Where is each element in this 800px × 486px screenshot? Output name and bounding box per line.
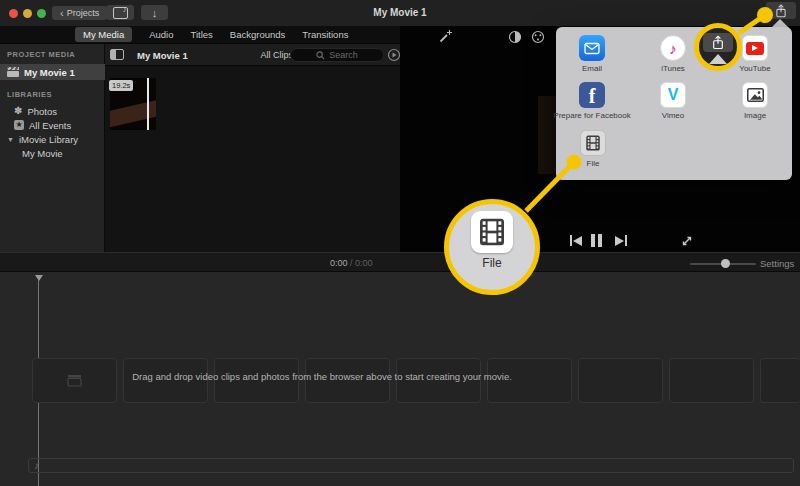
clapperboard-icon	[7, 67, 19, 77]
media-browser: 19.2s	[105, 66, 400, 252]
share-icon	[712, 35, 724, 50]
magnified-file-label: File	[449, 256, 535, 270]
sidebar-item-all-events[interactable]: ★ All Events	[14, 118, 71, 132]
magnified-popup-anchor	[709, 54, 727, 64]
next-icon	[615, 236, 624, 246]
magnified-share-button	[703, 33, 733, 52]
disclosure-triangle-icon: ▼	[7, 136, 14, 143]
clock-filter-icon[interactable]	[387, 48, 401, 62]
tab-titles[interactable]: Titles	[191, 29, 213, 40]
share-option-vimeo[interactable]: V Vimeo	[628, 82, 718, 120]
sidebar-item-label: iMovie Library	[19, 134, 78, 145]
timeline-settings-button[interactable]: Settings	[760, 258, 794, 269]
email-icon	[579, 35, 605, 61]
browser-title: My Movie 1	[137, 50, 188, 61]
zoom-slider-thumb[interactable]	[721, 259, 730, 268]
sidebar-item-label: All Events	[29, 120, 71, 131]
share-menu-popup: Email ♪ iTunes YouTube f Prepare for Fac…	[556, 27, 792, 180]
share-button[interactable]	[766, 2, 796, 19]
window-title: My Movie 1	[0, 7, 800, 18]
playback-time: 0:00 / 0:00	[330, 258, 373, 268]
sidebar-item-photos[interactable]: ✽ Photos	[14, 104, 57, 118]
media-tabs: My Media Audio Titles Backgrounds Transi…	[0, 26, 400, 44]
star-icon: ★	[14, 120, 24, 130]
sidebar-item-my-movie[interactable]: My Movie	[22, 146, 63, 160]
sidebar-item-label: My Movie 1	[24, 67, 75, 78]
music-note-icon: ♪	[34, 460, 39, 471]
previous-frame-button[interactable]	[570, 235, 582, 246]
next-frame-button[interactable]	[615, 235, 627, 246]
share-option-file[interactable]: File	[548, 130, 638, 168]
sidebar-toggle-icon[interactable]	[110, 49, 124, 60]
sidebar-item-my-movie-1[interactable]: My Movie 1	[0, 64, 105, 80]
tab-transitions[interactable]: Transitions	[302, 29, 348, 40]
clip-placeholder	[578, 358, 663, 403]
libraries-sidebar: PROJECT MEDIA My Movie 1 LIBRARIES ✽ Pho…	[0, 44, 105, 252]
pause-button[interactable]	[591, 234, 602, 247]
titlebar: ‹ Projects ♪ ↓ My Movie 1	[0, 0, 800, 27]
clip-filter-dropdown[interactable]: All Clips	[247, 50, 293, 60]
enhance-wand-icon[interactable]	[438, 29, 453, 44]
previous-icon	[573, 236, 582, 246]
browser-header: My Movie 1 All Clips Search	[105, 44, 400, 66]
pause-icon	[598, 234, 602, 247]
share-option-email[interactable]: Email	[547, 35, 637, 73]
color-palette-icon[interactable]	[531, 30, 545, 44]
timeline-hint-text: Drag and drop video clips and photos fro…	[92, 371, 552, 382]
search-placeholder: Search	[329, 50, 358, 60]
magnified-file-filmstrip-icon	[471, 211, 513, 253]
clip-placeholder	[760, 358, 800, 403]
clip-placeholder	[669, 358, 754, 403]
image-icon	[742, 82, 768, 108]
itunes-icon: ♪	[660, 35, 686, 61]
clip-divider	[147, 78, 149, 130]
tab-audio[interactable]: Audio	[149, 29, 173, 40]
time-total: 0:00	[355, 258, 373, 268]
search-input[interactable]: Search	[290, 48, 384, 62]
libraries-header: LIBRARIES	[7, 90, 52, 99]
tab-my-media[interactable]: My Media	[75, 27, 132, 42]
photos-flower-icon: ✽	[14, 106, 22, 116]
timeline-header-bar: 0:00 / 0:00 Settings	[0, 252, 800, 272]
file-option-callout-circle: File	[444, 199, 540, 295]
color-balance-icon[interactable]	[508, 30, 522, 44]
file-filmstrip-icon	[580, 130, 606, 156]
vimeo-icon: V	[660, 82, 686, 108]
sidebar-item-label: My Movie	[22, 148, 63, 159]
time-current: 0:00	[330, 258, 348, 268]
video-frame-content	[110, 99, 156, 128]
share-button-callout-circle	[694, 23, 742, 71]
fullscreen-button[interactable]	[680, 234, 694, 248]
share-option-image[interactable]: Image	[710, 82, 800, 120]
playhead-handle[interactable]	[35, 275, 43, 281]
audio-track-placeholder: ♪	[28, 458, 794, 473]
facebook-icon: f	[579, 82, 605, 108]
share-icon	[775, 4, 787, 18]
clip-placeholder-icon	[67, 374, 83, 387]
tab-backgrounds[interactable]: Backgrounds	[230, 29, 285, 40]
clip-duration-badge: 19.2s	[109, 80, 133, 91]
timeline-dropzone[interactable]: Drag and drop video clips and photos fro…	[0, 272, 800, 486]
youtube-icon	[742, 35, 768, 61]
share-option-facebook[interactable]: f Prepare for Facebook	[547, 82, 637, 120]
sidebar-item-label: Photos	[27, 106, 57, 117]
sidebar-item-imovie-library[interactable]: ▼ iMovie Library	[7, 132, 78, 146]
search-icon	[316, 51, 325, 60]
project-media-header: PROJECT MEDIA	[7, 50, 75, 59]
imovie-window: ‹ Projects ♪ ↓ My Movie 1 My Media Audio…	[0, 0, 800, 486]
